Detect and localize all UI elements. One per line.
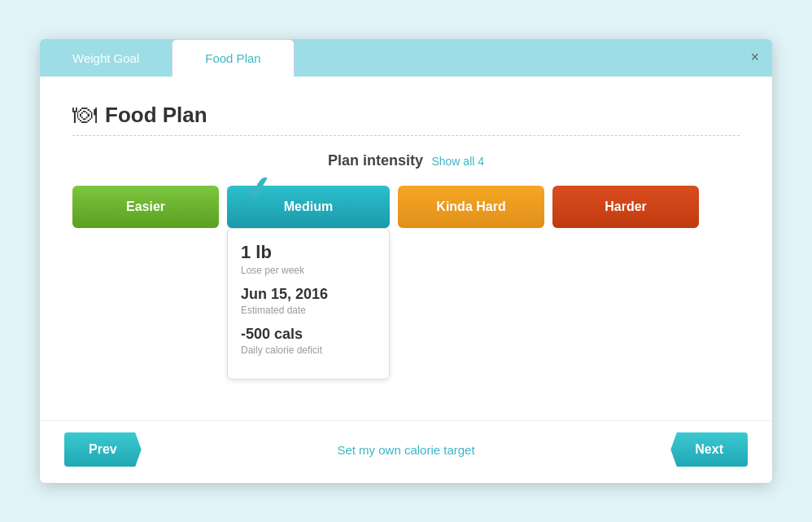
modal-container: Weight Goal Food Plan × 🍽 Food Plan Plan… [40,39,772,483]
title-row: 🍽 Food Plan [72,101,740,129]
medium-detail-card: 1 lb Lose per week Jun 15, 2016 Estimate… [227,228,390,379]
tab-weight-goal[interactable]: Weight Goal [40,40,172,77]
checkmark-icon: ✔ [244,173,273,206]
prev-button[interactable]: Prev [64,432,142,467]
close-button[interactable]: × [750,49,759,66]
card-date-label: Estimated date [241,305,376,316]
tab-bar: Weight Goal Food Plan × [40,39,772,77]
page-title: Food Plan [105,103,207,128]
card-deficit: -500 cals [241,326,376,343]
card-weight: 1 lb [241,242,376,263]
intensity-header: Plan intensity Show all 4 [72,152,740,169]
tab-food-plan[interactable]: Food Plan [172,39,294,77]
show-all-link[interactable]: Show all 4 [431,155,484,168]
card-date: Jun 15, 2016 [241,286,376,303]
food-icon: 🍽 [72,101,97,129]
kinda-hard-button[interactable]: Kinda Hard [398,186,544,228]
intensity-buttons: Easier ✔ Medium 1 lb Lose per week Jun 1… [72,186,740,379]
intensity-label: Plan intensity [328,152,423,169]
main-content: 🍽 Food Plan Plan intensity Show all 4 Ea… [40,77,772,412]
card-weight-label: Lose per week [241,265,376,276]
harder-button[interactable]: Harder [552,186,699,228]
next-button[interactable]: Next [670,432,748,467]
card-deficit-label: Daily calorie deficit [241,344,376,356]
calorie-target-link[interactable]: Set my own calorie target [337,443,474,457]
easier-button[interactable]: Easier [72,186,219,228]
footer: Prev Set my own calorie target Next [40,420,772,483]
medium-button[interactable]: ✔ Medium [227,186,390,228]
divider [72,135,740,136]
medium-wrapper: ✔ Medium 1 lb Lose per week Jun 15, 2016… [227,186,390,379]
